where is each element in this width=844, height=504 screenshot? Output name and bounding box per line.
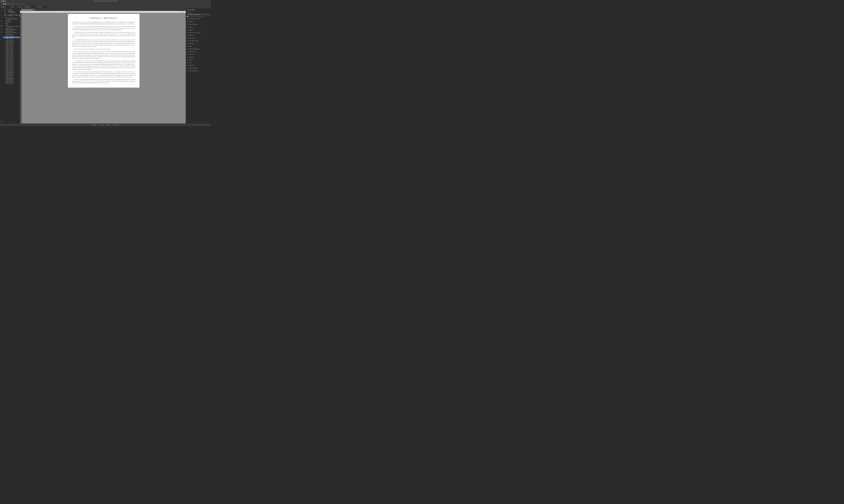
- tree-item-chapter_023-xhtml[interactable]: chapter_023.xhtml: [3, 64, 20, 66]
- tree-item-chapter_009-xhtml[interactable]: chapter_009.xhtml: [3, 43, 20, 44]
- maximize-button[interactable]: [4, 1, 6, 2]
- epub-gear-icon[interactable]: ⚙: [18, 10, 19, 12]
- tab-wysiwyg[interactable]: Wysiwyg: [98, 124, 105, 126]
- tree-item-chapter_017-xhtml[interactable]: chapter_017.xhtml: [3, 55, 20, 56]
- prop-header-transitions[interactable]: ▶ TRANSITIONS: [186, 51, 211, 53]
- arrow-icon[interactable]: ◁▷: [0, 9, 2, 12]
- tree-item-chapter_025-xhtml[interactable]: chapter_025.xhtml: [3, 67, 20, 69]
- tree-item-chapter_026-xhtml[interactable]: chapter_026.xhtml: [3, 69, 20, 70]
- tree-item-chapter_007-xhtml[interactable]: chapter_007.xhtml: [3, 40, 20, 41]
- aria-select[interactable]: (no ARIA role): [36, 6, 48, 8]
- prop-section-borders[interactable]: ▶ BORDERS: [186, 34, 211, 37]
- prop-header-geometry[interactable]: ▶ GEOMETRY: [186, 29, 211, 31]
- prop-header-position[interactable]: ▶ POSITION AND LAYOUT: [186, 31, 211, 34]
- window-controls[interactable]: [1, 1, 6, 2]
- tree-item-chapter_016-xhtml[interactable]: chapter_016.xhtml: [3, 53, 20, 55]
- underline-icon[interactable]: U: [0, 20, 2, 22]
- tree-item-chapter_022-xhtml[interactable]: chapter_022.xhtml: [3, 62, 20, 64]
- prop-header-font[interactable]: ▶ FONT FEATURES: [186, 23, 211, 26]
- prop-section-lists[interactable]: ▶ LISTS: [186, 61, 211, 64]
- width-select[interactable]: Variable width: [24, 6, 36, 8]
- tab-toc[interactable]: ToC: [19, 14, 20, 16]
- tree-item-chapter_024-xhtml[interactable]: chapter_024.xhtml: [3, 66, 20, 67]
- tree-item-mobydick_001_002_melville---[interactable]: mobydick_001_002_melville...: [3, 26, 20, 28]
- tree-item-container-xml[interactable]: container.xml: [3, 21, 20, 23]
- tree-item-chapter_006-xhtml[interactable]: chapter_006.xhtml: [3, 38, 20, 39]
- redo-icon[interactable]: ↪: [23, 3, 24, 5]
- prop-section-grid-item[interactable]: ▶ GRID ITEM LAYOUT: [186, 39, 211, 42]
- tree-item-chapter_004-xhtml[interactable]: chapter_004.xhtml: [3, 35, 20, 37]
- tree-item-chapter_032-xhtml[interactable]: chapter_032.xhtml: [3, 78, 20, 79]
- tree-item-chapter_018-xhtml[interactable]: chapter_018.xhtml: [3, 56, 20, 58]
- tree-item-chapter_014-xhtml[interactable]: chapter_014.xhtml: [3, 50, 20, 52]
- tree-item-OPS[interactable]: ▼ OPS: [3, 23, 20, 24]
- new-plus-icon[interactable]: +: [1, 3, 2, 5]
- prop-section-colors[interactable]: ▶ COLORS: [186, 26, 211, 29]
- prop-header-responsive[interactable]: ▶ RESPONSIVE DESIGN: [186, 18, 211, 20]
- prop-section-font[interactable]: ▶ FONT FEATURES: [186, 23, 211, 26]
- tree-item-chapter_015-xhtml[interactable]: chapter_015.xhtml: [3, 52, 20, 53]
- editor-tab-active[interactable]: Moby-Dick [file://.../chapt... ✕: [21, 9, 35, 11]
- prop-header-lists[interactable]: ▶ LISTS: [186, 61, 211, 64]
- list3-icon[interactable]: ☰: [0, 29, 2, 31]
- audio-icon[interactable]: ♫: [14, 3, 15, 5]
- spell-icon[interactable]: ✏: [19, 3, 21, 5]
- table-icon[interactable]: ⊞: [7, 3, 8, 5]
- prop-header-variables[interactable]: ▶ VARIABLES: [186, 64, 211, 67]
- prop-section-general[interactable]: ▶ GENERAL: [186, 20, 211, 23]
- c-icon[interactable]: C: [0, 34, 2, 36]
- tree-item-audio[interactable]: ▼ audio: [3, 24, 20, 26]
- hover-checkbox[interactable]: [187, 16, 188, 17]
- apply-styles-select[interactable]: this element only through its ID: [187, 14, 210, 16]
- tree-item-chapter_028-xhtml[interactable]: chapter_028.xhtml: [3, 72, 20, 73]
- bold-icon[interactable]: B: [0, 15, 2, 17]
- prop-header-transforms[interactable]: ▶ TRANSFORMATIONS: [186, 48, 211, 51]
- tree-item-chapter_029-xhtml[interactable]: chapter_029.xhtml: [3, 73, 20, 75]
- tree-item-chapter_021-xhtml[interactable]: chapter_021.xhtml: [3, 61, 20, 62]
- prop-section-tables[interactable]: ▶ TABLES: [186, 59, 211, 61]
- tab-spine[interactable]: Spine: [14, 14, 18, 16]
- prop-header-borders[interactable]: ▶ BORDERS: [186, 34, 211, 37]
- tree-item-chapter_030-xhtml[interactable]: chapter_030.xhtml: [3, 75, 20, 76]
- prop-header-flexibility[interactable]: ▶ FLEXIBILITY: [186, 53, 211, 56]
- tree-item-chapter_019-xhtml[interactable]: chapter_019.xhtml: [3, 58, 20, 59]
- tree-item-chapter_031-xhtml[interactable]: chapter_031.xhtml: [3, 76, 20, 78]
- tree-item-META-INF[interactable]: ▼ META-INF: [3, 20, 20, 21]
- tree-item-chapter_003-xhtml[interactable]: chapter_003.xhtml: [3, 34, 20, 35]
- tab-dual-view[interactable]: Dual View: [89, 124, 98, 126]
- tree-item-moby-dick-mo-20120214[interactable]: ▼ moby-dick-mo-20120214: [3, 18, 20, 20]
- prop-header-general[interactable]: ▶ GENERAL: [186, 20, 211, 23]
- anchor-icon[interactable]: ⚓: [10, 3, 12, 5]
- prop-section-transforms[interactable]: ▶ TRANSFORMATIONS: [186, 48, 211, 51]
- prop-header-misc[interactable]: ▶ MISCELLANEOUS: [186, 67, 211, 70]
- tree-item-chapter_034-xhtml[interactable]: chapter_034.xhtml: [3, 81, 20, 82]
- link-icon[interactable]: 🔗: [13, 3, 14, 5]
- image-icon[interactable]: 🖼: [8, 3, 10, 5]
- tree-item-chapter_008-xhtml[interactable]: chapter_008.xhtml: [3, 41, 20, 43]
- prop-header-columns[interactable]: ▶ COLUMNS: [186, 56, 211, 59]
- style-select[interactable]: Heading 1: [1, 6, 10, 8]
- prop-section-image[interactable]: ▶ IMAGE: [186, 45, 211, 48]
- prop-header-colors[interactable]: ▶ COLORS: [186, 26, 211, 29]
- prop-header-tables[interactable]: ▶ TABLES: [186, 59, 211, 61]
- tab-close-icon[interactable]: ✕: [33, 10, 34, 11]
- tilde-icon[interactable]: ~: [24, 3, 25, 5]
- undo-icon[interactable]: ↩: [21, 3, 22, 5]
- tree-item-chapter_011-xhtml[interactable]: chapter_011.xhtml: [3, 46, 20, 47]
- tree-item-chapter_010-xhtml[interactable]: chapter_010.xhtml: [3, 44, 20, 46]
- prop-section-responsive[interactable]: ▶ RESPONSIVE DESIGN: [186, 18, 211, 20]
- tab-css[interactable]: CSS: [4, 14, 7, 16]
- prop-section-grid[interactable]: ▶ GRID LAYOUT: [186, 37, 211, 39]
- tab-landmarks[interactable]: Landmarks: [7, 14, 14, 16]
- prop-section-flexibility[interactable]: ▶ FLEXIBILITY: [186, 53, 211, 56]
- prop-header-shadows[interactable]: ▶ SHADOWS: [186, 42, 211, 45]
- prop-header-all[interactable]: ▶ ALL PROPERTIES: [186, 70, 211, 72]
- tree-item-chapter_013-xhtml[interactable]: chapter_013.xhtml: [3, 49, 20, 50]
- list1-icon[interactable]: ≡: [0, 23, 2, 25]
- tree-item-chapter_002-xhtml[interactable]: chapter_002.xhtml: [3, 31, 20, 32]
- prop-section-transitions[interactable]: ▶ TRANSITIONS: [186, 51, 211, 53]
- prop-section-geometry[interactable]: ▶ GEOMETRY: [186, 29, 211, 31]
- tree-item-chapter_027-xhtml[interactable]: chapter_027.xhtml: [3, 70, 20, 72]
- tab-source[interactable]: Source: [105, 124, 112, 126]
- save-icon[interactable]: 💾: [5, 3, 6, 5]
